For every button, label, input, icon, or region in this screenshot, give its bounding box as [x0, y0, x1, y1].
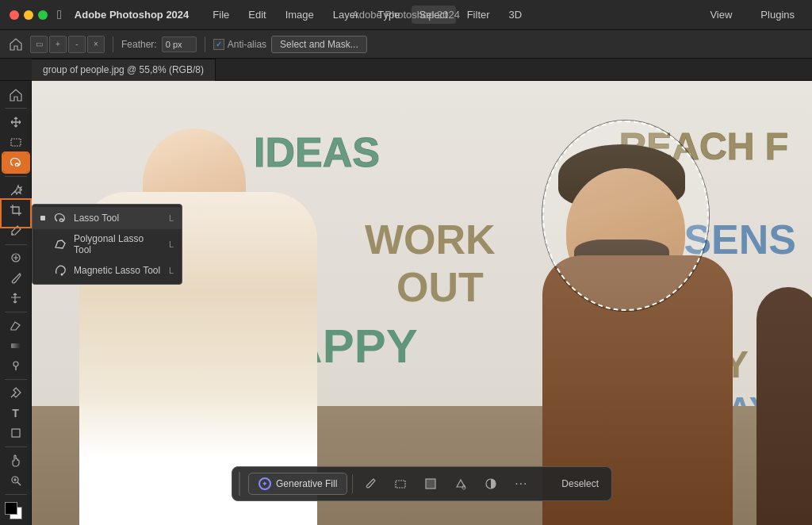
tool-brush[interactable] — [3, 269, 29, 287]
tool-eyedropper[interactable] — [3, 221, 29, 240]
menu-file[interactable]: File — [205, 6, 237, 24]
document-tab[interactable]: group of people.jpg @ 55,8% (RGB/8) — [32, 59, 216, 81]
color-swatches[interactable] — [5, 502, 27, 520]
separator-2 — [205, 36, 205, 52]
svg-point-10 — [61, 274, 63, 276]
main-area: T IDEAS REACH F KE A IF — [0, 81, 812, 525]
svg-rect-5 — [12, 429, 20, 437]
tool-pen[interactable] — [3, 384, 29, 402]
selection-inner — [544, 122, 707, 309]
menu-filter[interactable]: Filter — [459, 6, 498, 24]
title-center: Adobe Photoshop 2024 — [352, 9, 460, 21]
menu-bar:  Adobe Photoshop 2024 File Edit Image L… — [0, 0, 812, 30]
generative-fill-label: Generative Fill — [276, 478, 337, 489]
menu-right: View Plugins — [702, 6, 802, 24]
tool-lasso[interactable] — [3, 153, 29, 172]
bar-separator-1 — [352, 474, 353, 493]
tool-hand[interactable] — [3, 451, 29, 469]
magnetic-lasso-label: Magnetic Lasso Tool — [74, 265, 163, 276]
generative-fill-button[interactable]: ✦ Generative Fill — [248, 473, 347, 495]
bar-more-button[interactable]: ··· — [508, 471, 534, 496]
tool-gradient[interactable] — [3, 336, 29, 354]
svg-rect-3 — [11, 343, 21, 348]
add-selection-btn[interactable]: + — [49, 36, 67, 53]
active-indicator — [40, 216, 45, 220]
photo-scene: IDEAS REACH F KE A IFFERENCE WORK OUT SE… — [32, 81, 812, 525]
menu-plugins[interactable]: Plugins — [753, 6, 802, 24]
tab-bar: group of people.jpg @ 55,8% (RGB/8) — [0, 59, 812, 81]
toolbar-separator-3 — [5, 244, 27, 245]
tool-eraser[interactable] — [3, 316, 29, 335]
bar-marquee-button[interactable] — [388, 471, 413, 496]
tool-crop[interactable] — [3, 201, 29, 220]
minimize-button[interactable] — [24, 10, 33, 20]
generative-fill-icon: ✦ — [259, 477, 271, 490]
tool-move[interactable] — [3, 113, 29, 131]
deselect-button[interactable]: Deselect — [555, 475, 605, 492]
wall-word-work: WORK — [365, 216, 496, 263]
lasso-shortcut: L — [169, 213, 174, 223]
tool-dodge[interactable] — [3, 356, 29, 374]
new-selection-btn[interactable]: ▭ — [30, 36, 48, 53]
app-name: Adobe Photoshop 2024 — [75, 9, 189, 21]
polygonal-lasso-option[interactable]: Polygonal Lasso Tool L — [33, 229, 182, 259]
subtract-selection-btn[interactable]: - — [68, 36, 86, 53]
svg-point-4 — [13, 362, 18, 366]
polygonal-lasso-icon — [53, 237, 67, 251]
select-mask-button[interactable]: Select and Mask... — [271, 36, 367, 53]
tool-type[interactable]: T — [3, 404, 29, 422]
magnetic-lasso-shortcut: L — [169, 266, 174, 275]
svg-rect-0 — [11, 139, 21, 146]
bar-paint-bucket-button[interactable] — [448, 471, 473, 496]
toolbar-separator-5 — [5, 379, 27, 380]
apple-logo-icon:  — [57, 8, 62, 22]
selection-mode-buttons: ▭ + - × — [30, 36, 105, 53]
lasso-tool-option[interactable]: Lasso Tool L — [33, 207, 182, 229]
tool-shape[interactable] — [3, 424, 29, 443]
anti-alias-label: Anti-alias — [228, 39, 266, 50]
person-edge — [756, 287, 812, 525]
intersect-selection-btn[interactable]: × — [87, 36, 105, 53]
person-woman — [79, 128, 333, 525]
window-controls — [10, 10, 48, 20]
toolbar-separator-2 — [5, 176, 27, 177]
left-toolbar: T — [0, 81, 32, 525]
home-icon[interactable] — [6, 35, 25, 54]
tool-magic-wand[interactable] — [3, 181, 29, 199]
wall-word-out: OUT — [396, 263, 484, 311]
svg-rect-7 — [396, 481, 405, 488]
menu-view[interactable]: View — [702, 6, 740, 24]
bar-brush-button[interactable] — [358, 471, 383, 496]
canvas-area: IDEAS REACH F KE A IFFERENCE WORK OUT SE… — [32, 81, 812, 525]
tool-marquee[interactable] — [3, 133, 29, 151]
feather-input[interactable] — [162, 36, 197, 52]
person-man — [527, 97, 749, 525]
close-button[interactable] — [10, 10, 19, 20]
lasso-tool-popup: Lasso Tool L Polygonal Lasso Tool L Magn… — [32, 204, 182, 285]
magnetic-lasso-option[interactable]: Magnetic Lasso Tool L — [33, 259, 182, 282]
maximize-button[interactable] — [38, 10, 48, 20]
bar-invert-button[interactable] — [478, 471, 504, 496]
lasso-tool-label: Lasso Tool — [74, 213, 163, 224]
foreground-color-swatch[interactable] — [5, 502, 17, 515]
toolbar-separator-1 — [5, 108, 27, 109]
generative-fill-bar: ✦ Generative Fill ··· Desele — [232, 466, 612, 501]
tool-healing[interactable] — [3, 248, 29, 266]
anti-alias-checkbox[interactable]: ✓ — [213, 39, 224, 50]
tool-home[interactable] — [3, 86, 29, 104]
tool-clone[interactable] — [3, 289, 29, 307]
menu-edit[interactable]: Edit — [240, 6, 274, 24]
svg-rect-8 — [426, 479, 435, 489]
menu-image[interactable]: Image — [278, 6, 322, 24]
menu-3d[interactable]: 3D — [501, 6, 530, 24]
bar-left-divider — [239, 472, 240, 496]
magnetic-lasso-icon — [53, 263, 67, 278]
selection-marquee — [542, 121, 709, 311]
tool-zoom[interactable] — [3, 471, 29, 489]
lasso-icon — [53, 211, 67, 225]
bar-fill-button[interactable] — [418, 471, 443, 496]
document-tab-label: group of people.jpg @ 55,8% (RGB/8) — [43, 64, 204, 75]
polygonal-lasso-shortcut: L — [169, 240, 174, 249]
options-bar: ▭ + - × Feather: ✓ Anti-alias Select and… — [0, 30, 812, 59]
anti-alias-option[interactable]: ✓ Anti-alias — [213, 39, 266, 50]
